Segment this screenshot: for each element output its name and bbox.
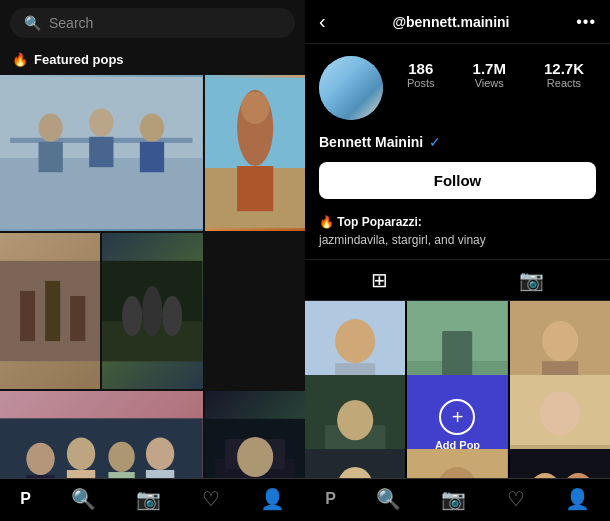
svg-rect-0 xyxy=(0,77,203,229)
stat-views: 1.7M Views xyxy=(473,60,506,89)
svg-point-21 xyxy=(142,286,162,336)
svg-rect-4 xyxy=(39,142,63,172)
tab-camera-icon[interactable]: 📷 xyxy=(519,268,544,292)
more-options-button[interactable]: ••• xyxy=(576,13,596,31)
svg-point-35 xyxy=(237,437,273,477)
svg-rect-16 xyxy=(45,281,60,341)
svg-point-59 xyxy=(540,391,580,435)
svg-rect-17 xyxy=(70,296,85,341)
search-bar[interactable]: 🔍 Search xyxy=(10,8,295,38)
nav-camera-left[interactable]: 📷 xyxy=(136,487,161,511)
photo-grid xyxy=(0,75,305,521)
views-count: 1.7M xyxy=(473,60,506,77)
svg-rect-12 xyxy=(237,166,273,211)
featured-label: 🔥 Featured pops xyxy=(0,46,305,75)
fire-icon: 🔥 xyxy=(12,52,28,67)
top-pops-title: Top Poparazzi: xyxy=(337,215,421,229)
posts-count: 186 xyxy=(407,60,435,77)
profile-full-name: Bennett Mainini xyxy=(319,134,423,150)
svg-point-46 xyxy=(335,319,375,363)
nav-profile-right[interactable]: 👤 xyxy=(565,487,590,511)
avatar xyxy=(319,56,383,120)
nav-home-right[interactable]: P xyxy=(325,490,336,508)
svg-rect-34 xyxy=(225,439,285,469)
posts-label: Posts xyxy=(407,77,435,89)
svg-point-20 xyxy=(122,296,142,336)
top-pops-names: jazmindavila, stargirl, and vinay xyxy=(319,233,486,247)
svg-point-13 xyxy=(241,92,269,124)
nav-search-right[interactable]: 🔍 xyxy=(376,487,401,511)
nav-camera-right[interactable]: 📷 xyxy=(441,487,466,511)
svg-point-24 xyxy=(26,443,54,475)
svg-rect-10 xyxy=(205,168,305,228)
views-label: Views xyxy=(473,77,506,89)
search-placeholder: Search xyxy=(49,15,93,31)
svg-rect-14 xyxy=(0,261,100,361)
svg-rect-1 xyxy=(0,158,203,229)
profile-name-row: Bennett Mainini ✓ xyxy=(305,132,610,158)
tab-grid-icon[interactable]: ⊞ xyxy=(371,268,388,292)
nav-heart-left[interactable]: ♡ xyxy=(202,487,220,511)
nav-search-left[interactable]: 🔍 xyxy=(71,487,96,511)
stat-reacts: 12.7K Reacts xyxy=(544,60,584,89)
reacts-count: 12.7K xyxy=(544,60,584,77)
profile-info: 186 Posts 1.7M Views 12.7K Reacts xyxy=(305,44,610,132)
svg-rect-18 xyxy=(102,261,202,361)
svg-point-26 xyxy=(67,438,95,470)
svg-point-30 xyxy=(146,438,174,470)
svg-point-28 xyxy=(108,442,134,472)
add-pop-icon: + xyxy=(439,399,475,435)
svg-point-11 xyxy=(237,90,273,166)
svg-rect-8 xyxy=(140,142,164,172)
top-pops: 🔥 Top Poparazzi: jazmindavila, stargirl,… xyxy=(305,209,610,259)
nav-heart-right[interactable]: ♡ xyxy=(507,487,525,511)
bottom-nav: P 🔍 📷 ♡ 👤 P 🔍 📷 ♡ 👤 xyxy=(0,478,610,521)
stats-row: 186 Posts 1.7M Views 12.7K Reacts xyxy=(395,56,596,89)
svg-rect-2 xyxy=(10,138,192,143)
svg-point-7 xyxy=(140,113,164,141)
profile-username: @bennett.mainini xyxy=(392,14,509,30)
svg-point-22 xyxy=(163,296,183,336)
verified-badge: ✓ xyxy=(429,134,441,150)
grid-photo-2 xyxy=(205,75,305,231)
svg-rect-19 xyxy=(102,321,202,361)
svg-rect-6 xyxy=(89,137,113,167)
left-panel: 🔍 Search 🔥 Featured pops xyxy=(0,0,305,521)
back-button[interactable]: ‹ xyxy=(319,10,326,33)
stat-posts: 186 Posts xyxy=(407,60,435,89)
follow-button[interactable]: Follow xyxy=(319,162,596,199)
search-icon: 🔍 xyxy=(24,15,41,31)
svg-point-56 xyxy=(337,400,373,440)
grid-photo-3 xyxy=(0,233,100,389)
svg-point-52 xyxy=(542,321,578,361)
profile-header: ‹ @bennett.mainini ••• xyxy=(305,0,610,44)
nav-profile-left[interactable]: 👤 xyxy=(260,487,285,511)
profile-tabs: ⊞ 📷 xyxy=(305,259,610,301)
fire-icon-2: 🔥 xyxy=(319,215,334,229)
reacts-label: Reacts xyxy=(544,77,584,89)
svg-point-3 xyxy=(39,113,63,141)
grid-photo-4 xyxy=(102,233,202,389)
nav-home-left[interactable]: P xyxy=(20,490,31,508)
grid-photo-1 xyxy=(0,75,203,231)
svg-rect-15 xyxy=(20,291,35,341)
right-panel: ‹ @bennett.mainini ••• 186 Posts 1.7M Vi… xyxy=(305,0,610,521)
svg-rect-9 xyxy=(205,78,305,168)
svg-point-5 xyxy=(89,108,113,136)
